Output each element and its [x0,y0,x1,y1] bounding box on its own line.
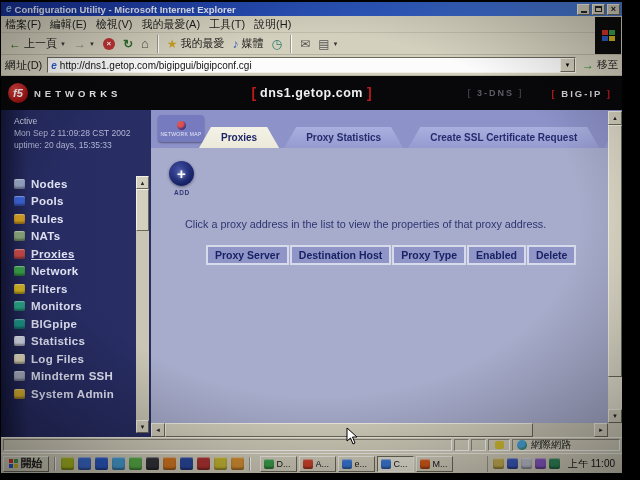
window-title: Configuration Utility - Microsoft Intern… [15,4,236,15]
scrollbar-thumb[interactable] [608,125,622,377]
quick-launch-icon-9[interactable] [197,457,210,470]
quick-launch-icon-3[interactable] [95,457,108,470]
scroll-up-icon[interactable]: ▲ [608,111,622,125]
go-label: 移至 [597,58,618,72]
window-app-icon [381,459,391,469]
network-map-icon [177,121,186,130]
tray-app-icon-2[interactable] [549,458,560,469]
admin-icon [14,389,25,399]
mail-button[interactable]: ✉ [296,37,314,51]
tab[interactable]: Proxies [199,127,279,148]
go-button[interactable]: → 移至 [582,58,618,72]
sidebar-item[interactable]: Mindterm SSH [1,368,151,386]
scrollbar-thumb[interactable] [136,189,149,231]
menu-item[interactable]: 說明(H) [254,17,291,32]
close-button[interactable]: × [607,4,620,15]
brand-header: f5 NETWORKS [ dns1.getop.com ] [ 3-DNS ]… [1,76,622,110]
stop-button[interactable]: × [99,37,119,51]
display-icon[interactable] [521,458,532,469]
refresh-button[interactable]: ↻ [119,37,137,51]
menu-item[interactable]: 編輯(E) [50,17,87,32]
scroll-left-icon[interactable]: ◄ [151,423,165,437]
favorites-button[interactable]: ★ 我的最愛 [163,35,229,52]
toolbar-separator [157,35,159,53]
menu-item[interactable]: 工具(T) [209,17,245,32]
brand-company: NETWORKS [34,88,121,99]
sidebar-item[interactable]: Statistics [1,333,151,351]
network-map-label: NETWORK MAP [160,131,201,137]
menu-item[interactable]: 檢視(V) [96,17,133,32]
sidebar-item[interactable]: Rules [1,210,151,228]
quick-launch-icon-4[interactable] [112,457,125,470]
network-map-button[interactable]: NETWORK MAP [158,115,204,142]
start-button[interactable]: 開始 [3,456,49,472]
table-header-cell: Delete [527,245,577,265]
add-proxy-button[interactable]: + [169,161,194,186]
taskbar-window-button[interactable]: D... [260,456,297,472]
window-titlebar: e Configuration Utility - Microsoft Inte… [1,2,622,16]
tab[interactable]: Create SSL Certificate Request [408,127,599,148]
tab[interactable]: Proxy Statistics [284,127,403,148]
print-icon: ▤ [318,38,329,50]
address-input[interactable] [60,60,560,71]
taskbar-window-button[interactable]: e... [338,456,375,472]
sidebar-item[interactable]: Pools [1,193,151,211]
tabs: Proxies Proxy Statistics Create SSL Cert… [199,127,622,148]
refresh-icon: ↻ [123,38,133,50]
tray-app-icon-1[interactable] [535,458,546,469]
scroll-down-icon[interactable]: ▼ [136,420,149,433]
menu-item[interactable]: 我的最愛(A) [141,17,200,32]
sidebar-item[interactable]: Monitors [1,298,151,316]
scroll-right-icon[interactable]: ► [594,423,608,437]
quick-launch-icon-8[interactable] [180,457,193,470]
logfiles-icon [14,354,25,364]
hostname-banner: [ dns1.getop.com ] [251,85,371,101]
sidebar-item[interactable]: BIGpipe [1,315,151,333]
taskbar-clock: 上午 11:00 [568,457,615,471]
quick-launch-icon-2[interactable] [78,457,91,470]
print-button[interactable]: ▤▼ [314,37,342,51]
sidebar-item[interactable]: System Admin [1,385,151,403]
page-icon: e [51,60,57,71]
ime-flag-icon[interactable] [507,458,518,469]
home-button[interactable]: ⌂ [137,37,153,51]
media-button[interactable]: ♪ 媒體 [229,35,268,52]
sidebar-item[interactable]: NATs [1,228,151,246]
maximize-button[interactable] [592,4,605,15]
quick-launch-icon-5[interactable] [129,457,142,470]
windows-logo-icon [9,459,18,468]
sidebar-item[interactable]: Filters [1,280,151,298]
bracket-left: [ [251,85,256,101]
back-button[interactable]: ← 上一頁 ▼ [5,35,70,52]
sidebar-item[interactable]: Log Files [1,350,151,368]
forward-dropdown-icon: ▼ [89,41,95,47]
quick-launch-icon-11[interactable] [231,457,244,470]
taskbar-window-button[interactable]: C... [377,456,414,472]
favorites-icon: ★ [167,38,178,50]
content-horizontal-scrollbar[interactable]: ◄ ► [151,423,608,437]
navigation-sidebar: Active Mon Sep 2 11:09:28 CST 2002 uptim… [1,110,151,437]
taskbar-window-button[interactable]: M... [416,456,453,472]
address-label: 網址(D) [5,58,42,73]
scroll-up-icon[interactable]: ▲ [136,176,149,189]
menu-item[interactable]: 檔案(F) [5,17,41,32]
forward-button[interactable]: → ▼ [70,37,99,51]
taskbar-windows: D... A... e... C... [260,456,453,472]
scroll-down-icon[interactable]: ▼ [608,409,622,423]
history-button[interactable]: ◷ [268,37,286,51]
quick-launch-icon-10[interactable] [214,457,227,470]
quick-launch-icon-6[interactable] [146,457,159,470]
device-status: Active Mon Sep 2 11:09:28 CST 2002 uptim… [1,110,151,151]
content-vertical-scrollbar[interactable]: ▲ ▼ [608,111,622,423]
sidebar-scrollbar[interactable]: ▲ ▼ [136,176,149,433]
sidebar-item[interactable]: Proxies [1,245,151,263]
sidebar-item[interactable]: Network [1,263,151,281]
sidebar-item[interactable]: Nodes [1,175,151,193]
desktop-screen: e Configuration Utility - Microsoft Inte… [1,2,622,473]
address-dropdown-button[interactable]: ▼ [560,58,575,72]
quick-launch-icon-7[interactable] [163,457,176,470]
minimize-button[interactable] [577,4,590,15]
quick-launch-icon-1[interactable] [61,457,74,470]
volume-icon[interactable] [493,458,504,469]
taskbar-window-button[interactable]: A... [299,456,336,472]
